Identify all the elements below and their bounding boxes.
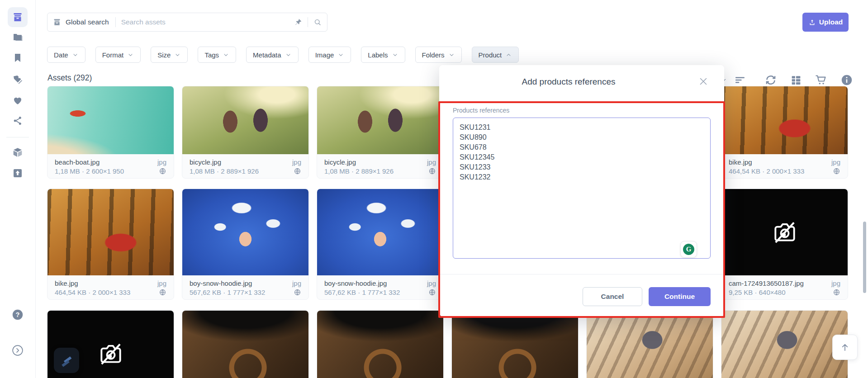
asset-card[interactable]: bicycle.jpgjpg1,08 MB · 2 889×1 926: [317, 86, 444, 179]
asset-filename: boy-snow-hoodie.jpg: [324, 279, 387, 287]
asset-thumbnail[interactable]: [587, 311, 713, 378]
asset-thumbnail[interactable]: [317, 311, 443, 378]
filter-image[interactable]: Image: [308, 47, 351, 63]
cancel-button[interactable]: Cancel: [583, 287, 642, 306]
asset-thumbnail[interactable]: [182, 86, 308, 154]
filter-label: Labels: [368, 51, 388, 59]
filter-date[interactable]: Date: [47, 47, 85, 63]
filter-tags[interactable]: Tags: [198, 47, 236, 63]
refresh-icon[interactable]: [764, 74, 777, 86]
globe-icon: [159, 288, 166, 296]
cart-icon[interactable]: [815, 74, 827, 86]
asset-thumbnail[interactable]: [47, 189, 174, 275]
asset-size-dimensions: 567,62 KB · 1 777×1 332: [190, 288, 265, 296]
sidebar-divider: [6, 137, 29, 137]
sidebar-item-assets[interactable]: [8, 7, 28, 27]
filter-label: Tags: [204, 51, 219, 59]
sidebar-item-products[interactable]: [8, 142, 28, 162]
asset-thumbnail[interactable]: [452, 311, 578, 378]
asset-filename: bicycle.jpg: [190, 158, 221, 166]
sidebar-item-boards[interactable]: [8, 48, 28, 68]
filter-folders[interactable]: Folders: [415, 47, 462, 63]
upload-button[interactable]: Upload: [802, 13, 849, 32]
chevron-down-icon: [174, 52, 181, 58]
upload-arrow-icon: [808, 19, 816, 26]
asset-caption: boy-snow-hoodie.jpgjpg567,62 KB · 1 777×…: [182, 275, 308, 299]
app-window: ? Global search Upload DateFormatSizeTag…: [0, 0, 868, 378]
asset-caption: cam-1724913650187.jpgjpg9,25 KB · 640×48…: [721, 275, 848, 299]
filter-label: Metadata: [253, 51, 281, 59]
asset-thumbnail[interactable]: [47, 311, 174, 378]
sidebar-item-collapse[interactable]: [8, 340, 28, 360]
scroll-to-top-button[interactable]: [832, 335, 858, 360]
global-search-bar[interactable]: Global search: [47, 13, 327, 32]
sidebar-item-tags[interactable]: [8, 70, 28, 90]
asset-thumbnail[interactable]: [317, 189, 443, 275]
asset-card[interactable]: [47, 310, 174, 378]
heart-icon: [12, 95, 23, 106]
sidebar-item-favorites[interactable]: [8, 90, 28, 110]
asset-card[interactable]: bike.jpgjpg464,54 KB · 2 000×1 333: [47, 189, 174, 300]
asset-card[interactable]: boy-snow-hoodie.jpgjpg567,62 KB · 1 777×…: [317, 189, 444, 300]
asset-card[interactable]: [721, 310, 848, 378]
asset-caption: bike.jpgjpg464,54 KB · 2 000×1 333: [721, 154, 848, 178]
sidebar-item-upload[interactable]: [8, 163, 28, 183]
search-icon[interactable]: [313, 18, 322, 26]
filter-metadata[interactable]: Metadata: [246, 47, 299, 63]
search-divider: [115, 17, 116, 27]
asset-card[interactable]: bike.jpgjpg464,54 KB · 2 000×1 333: [721, 86, 848, 179]
continue-button[interactable]: Continue: [649, 287, 711, 306]
sidebar-item-shared[interactable]: [8, 111, 28, 131]
asset-card[interactable]: bicycle.jpgjpg1,08 MB · 2 889×1 926: [182, 86, 309, 179]
search-input[interactable]: [120, 18, 289, 27]
sidebar-item-help[interactable]: ?: [8, 305, 28, 325]
filter-product[interactable]: Product: [472, 47, 519, 63]
asset-filename: bicycle.jpg: [324, 158, 356, 166]
asset-thumbnail[interactable]: [721, 189, 848, 275]
globe-icon: [833, 167, 840, 175]
grammarly-badge[interactable]: G: [680, 241, 697, 258]
close-icon[interactable]: [698, 76, 709, 87]
globe-icon: [294, 288, 301, 296]
filter-format[interactable]: Format: [95, 47, 141, 63]
asset-thumbnail[interactable]: [182, 311, 308, 378]
info-icon[interactable]: [840, 74, 853, 86]
chevron-down-icon: [223, 52, 229, 58]
filter-label: Folders: [422, 51, 445, 59]
asset-card[interactable]: cam-1724913650187.jpgjpg9,25 KB · 640×48…: [721, 189, 848, 300]
asset-card[interactable]: [317, 310, 444, 378]
chevron-down-icon: [448, 52, 455, 58]
globe-icon: [833, 288, 840, 296]
asset-thumbnail[interactable]: [721, 86, 848, 154]
asset-thumbnail[interactable]: [317, 86, 443, 154]
asset-card[interactable]: beach-boat.jpgjpg1,18 MB · 2 600×1 950: [47, 86, 174, 179]
asset-format-badge: jpg: [292, 158, 301, 166]
asset-card[interactable]: [182, 310, 309, 378]
upload-button-label: Upload: [819, 18, 843, 26]
asset-format-badge: jpg: [292, 279, 301, 287]
asset-filename: boy-snow-hoodie.jpg: [190, 279, 252, 287]
filter-label: Date: [54, 51, 68, 59]
asset-thumbnail[interactable]: [721, 311, 848, 378]
sort-icon[interactable]: [734, 74, 746, 86]
chevron-down-icon: [127, 52, 134, 58]
asset-format-badge: jpg: [831, 279, 840, 287]
asset-size-dimensions: 1,08 MB · 2 889×1 926: [190, 167, 259, 175]
asset-card[interactable]: boy-snow-hoodie.jpgjpg567,62 KB · 1 777×…: [182, 189, 309, 300]
pin-icon[interactable]: [294, 18, 302, 26]
asset-size-dimensions: 1,08 MB · 2 889×1 926: [324, 167, 394, 175]
asset-filename: bike.jpg: [55, 279, 78, 287]
list-view-icon[interactable]: [790, 74, 802, 86]
scrollbar-thumb[interactable]: [863, 222, 866, 293]
grammarly-icon: G: [683, 244, 694, 255]
asset-format-badge: jpg: [427, 158, 436, 166]
asset-size-dimensions: 464,54 KB · 2 000×1 333: [729, 167, 804, 175]
asset-thumbnail[interactable]: [47, 86, 174, 154]
asset-thumbnail[interactable]: [182, 189, 308, 275]
products-references-textarea[interactable]: SKU1231 SKU890 SKU678 SKU12345 SKU1233 S…: [453, 118, 711, 259]
sidebar-item-folders[interactable]: [8, 27, 28, 47]
filter-labels[interactable]: Labels: [361, 47, 405, 63]
asset-card[interactable]: [586, 310, 713, 378]
asset-card[interactable]: [451, 310, 579, 378]
filter-size[interactable]: Size: [151, 47, 188, 63]
